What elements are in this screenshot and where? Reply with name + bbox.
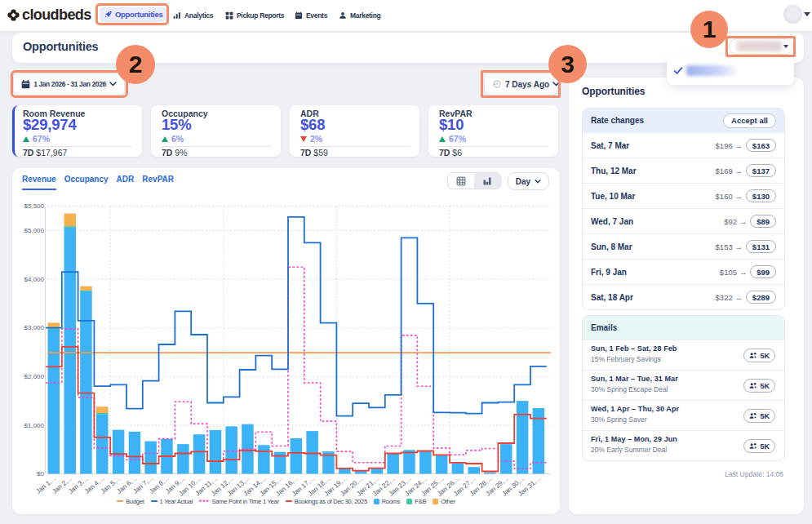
svg-text:$4,000: $4,000 [24, 276, 45, 283]
svg-text:$3,000: $3,000 [24, 324, 45, 331]
svg-text:$2,000: $2,000 [24, 373, 45, 380]
svg-text:$5,000: $5,000 [24, 227, 45, 234]
svg-text:$0: $0 [37, 470, 44, 477]
svg-text:$1,000: $1,000 [24, 422, 45, 429]
svg-text:$5,500: $5,500 [24, 202, 45, 210]
